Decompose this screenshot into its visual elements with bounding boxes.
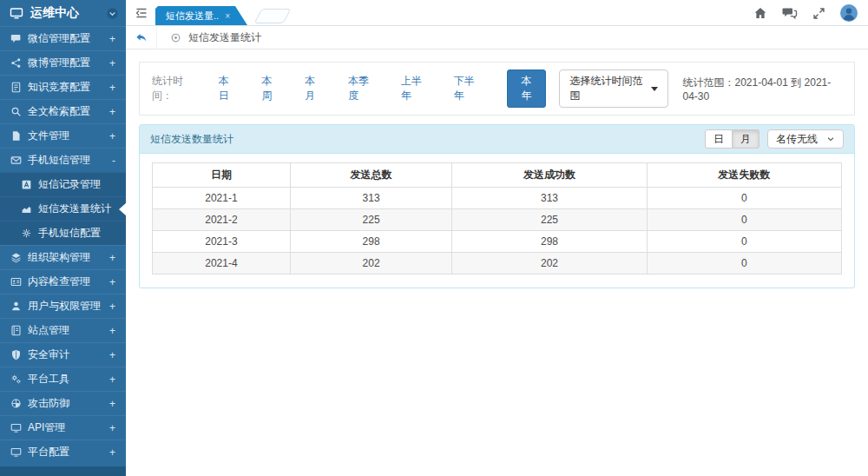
expand-plus-icon: + — [109, 57, 115, 69]
filter-option-this-month[interactable]: 本月 — [305, 74, 324, 103]
tab-close-icon[interactable]: × — [225, 11, 230, 21]
breadcrumb: 短信发送量统计 — [126, 26, 868, 50]
col-header-failure-count: 发送失败数 — [647, 163, 841, 188]
document-icon — [10, 82, 22, 93]
expand-icon[interactable] — [812, 7, 825, 20]
sidebar-header: 运维中心 — [0, 0, 126, 26]
expand-plus-icon: + — [109, 301, 115, 313]
stat-time-filter: 统计时间： 本日 本周 本月 本季度 上半年 下半年 本年 选择统计时间范围 统… — [139, 62, 855, 116]
page-title: 短信发送量统计 — [188, 30, 261, 45]
sidebar-item-label: 攻击防御 — [28, 396, 103, 411]
sidebar-item-attack-defense[interactable]: 攻击防御 + — [0, 391, 126, 415]
sidebar-item-sms-records[interactable]: 短信记录管理 — [0, 172, 126, 196]
sidebar-item-fulltext-search-config[interactable]: 全文检索配置 + — [0, 99, 126, 123]
cell-success: 313 — [452, 188, 647, 209]
sidebar-item-file-management[interactable]: 文件管理 + — [0, 123, 126, 148]
filter-option-first-half[interactable]: 上半年 — [401, 74, 430, 103]
stat-range-text: 统计范围：2021-04-01 到 2021-04-30 — [683, 76, 842, 102]
expand-plus-icon: + — [109, 33, 115, 45]
sidebar-item-label: API管理 — [28, 420, 103, 435]
cell-date: 2021-4 — [153, 253, 291, 274]
filter-option-second-half[interactable]: 下半年 — [454, 74, 483, 103]
sidebar-item-api-management[interactable]: API管理 + — [0, 415, 126, 440]
sidebar-item-platform-config[interactable]: 平台配置 + — [0, 440, 126, 464]
sidebar-footer-strip — [0, 466, 126, 476]
sidebar-toggle-icon[interactable] — [135, 6, 148, 20]
filter-label: 统计时间： — [152, 74, 200, 103]
sidebar-item-content-check[interactable]: 内容检查管理 + — [0, 269, 126, 294]
sidebar-item-weibo-config[interactable]: 微博管理配置 + — [0, 50, 126, 75]
panel-controls: 日 月 名传无线 — [705, 129, 844, 149]
topbar: 短信发送量.. × — [126, 0, 868, 26]
sidebar-item-users-permissions[interactable]: 用户与权限管理 + — [0, 294, 126, 318]
tab-strip: 短信发送量.. × — [155, 6, 287, 25]
comments-icon[interactable] — [782, 6, 798, 20]
sidebar-item-quiz-config[interactable]: 知识竞赛配置 + — [0, 75, 126, 99]
expand-plus-icon: + — [109, 374, 115, 386]
expand-plus-icon: + — [109, 82, 115, 94]
sidebar-item-wechat-config[interactable]: 微信管理配置 + — [0, 26, 126, 50]
user-avatar[interactable] — [840, 4, 858, 22]
panel-title: 短信发送数量统计 — [150, 132, 233, 147]
shield-icon — [10, 349, 22, 360]
chevron-down-icon — [826, 135, 835, 143]
file-icon — [10, 130, 22, 142]
book-icon — [10, 325, 22, 336]
table-row: 2021-3 298 298 0 — [153, 231, 842, 253]
sidebar-item-sms-config[interactable]: 手机短信配置 — [0, 221, 126, 245]
cogs-icon — [10, 374, 22, 385]
sidebar-item-label: 手机短信配置 — [38, 226, 115, 241]
table-header-row: 日期 发送总数 发送成功数 发送失败数 — [153, 163, 842, 188]
app-window: 运维中心 微信管理配置 + 微博管理配置 + 知识竞赛配置 + 全文 — [0, 0, 868, 476]
sidebar-item-label: 用户与权限管理 — [28, 299, 103, 314]
filter-option-today[interactable]: 本日 — [219, 74, 238, 103]
sidebar-item-label: 文件管理 — [28, 129, 103, 143]
cell-date: 2021-1 — [153, 188, 291, 209]
back-button[interactable] — [126, 26, 157, 49]
sidebar-item-platform-tools[interactable]: 平台工具 + — [0, 367, 126, 391]
expand-plus-icon: + — [109, 325, 115, 337]
sidebar-item-sms-management[interactable]: 手机短信管理 - — [0, 148, 126, 172]
table-row: 2021-4 202 202 0 — [153, 253, 842, 274]
sidebar-nav: 微信管理配置 + 微博管理配置 + 知识竞赛配置 + 全文检索配置 + 文件管理 — [0, 26, 126, 464]
sidebar-item-org-structure[interactable]: 组织架构管理 + — [0, 245, 126, 269]
sidebar-item-site-management[interactable]: 站点管理 + — [0, 318, 126, 342]
expand-plus-icon: + — [109, 398, 115, 410]
sidebar-item-sms-volume-stats[interactable]: 短信发送量统计 — [0, 196, 126, 221]
collapse-chevron-icon[interactable] — [106, 7, 119, 20]
sms-volume-panel: 短信发送数量统计 日 月 名传无线 — [139, 124, 855, 288]
expand-plus-icon: + — [109, 422, 115, 434]
tab-sms-volume-stats[interactable]: 短信发送量.. × — [155, 6, 247, 25]
cell-success: 202 — [452, 253, 647, 274]
sidebar-item-label: 知识竞赛配置 — [28, 80, 103, 95]
table-row: 2021-2 225 225 0 — [153, 209, 842, 231]
sidebar: 运维中心 微信管理配置 + 微博管理配置 + 知识竞赛配置 + 全文 — [0, 0, 126, 476]
area-chart-icon — [21, 203, 32, 215]
monitor-icon — [10, 6, 23, 20]
cell-total: 225 — [290, 209, 452, 231]
channel-select[interactable]: 名传无线 — [767, 129, 844, 149]
home-icon[interactable] — [753, 6, 767, 20]
month-button[interactable]: 月 — [733, 129, 760, 149]
app-title: 运维中心 — [30, 5, 79, 21]
col-header-date: 日期 — [153, 163, 291, 188]
sms-stats-table: 日期 发送总数 发送成功数 发送失败数 2021-1 313 313 — [152, 162, 842, 274]
cell-total: 298 — [290, 231, 452, 253]
sidebar-item-security-audit[interactable]: 安全审计 + — [0, 342, 126, 367]
select-time-range-dropdown[interactable]: 选择统计时间范围 — [559, 69, 667, 108]
filter-option-this-year-selected[interactable]: 本年 — [507, 69, 547, 108]
cell-date: 2021-3 — [153, 231, 291, 253]
granularity-toggle: 日 月 — [705, 129, 760, 149]
gear-icon — [21, 228, 32, 239]
day-button[interactable]: 日 — [705, 129, 733, 149]
globe-icon — [10, 398, 22, 409]
filter-option-this-week[interactable]: 本周 — [262, 74, 281, 103]
panel-body: 日期 发送总数 发送成功数 发送失败数 2021-1 313 313 — [140, 154, 854, 288]
back-arrow-icon — [135, 31, 148, 44]
wechat-comment-icon — [10, 33, 22, 44]
cell-success: 225 — [452, 209, 647, 231]
user-icon — [10, 301, 22, 312]
select-time-range-label: 选择统计时间范围 — [569, 74, 644, 103]
filter-option-this-quarter[interactable]: 本季度 — [348, 74, 377, 103]
table-row: 2021-1 313 313 0 — [153, 188, 842, 209]
